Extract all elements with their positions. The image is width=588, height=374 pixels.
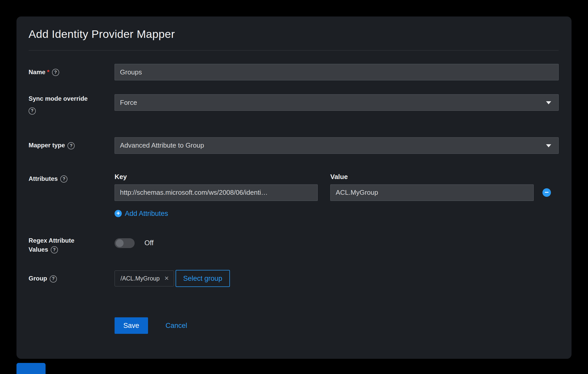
chevron-down-icon bbox=[546, 144, 551, 147]
obscured-blue-button[interactable] bbox=[16, 363, 46, 374]
name-row: Name*? bbox=[29, 64, 559, 80]
divider bbox=[29, 50, 559, 50]
group-chip: /ACL.MyGroup ✕ bbox=[115, 270, 174, 286]
name-label-group: Name*? bbox=[29, 68, 115, 77]
mapper-type-row: Mapper type? Advanced Attribute to Group bbox=[29, 137, 559, 154]
chevron-down-icon bbox=[546, 101, 551, 104]
mapper-type-selected-value: Advanced Attribute to Group bbox=[120, 141, 204, 149]
name-input[interactable] bbox=[115, 64, 559, 80]
chip-remove-icon[interactable]: ✕ bbox=[164, 275, 169, 282]
toggle-knob bbox=[116, 239, 124, 247]
regex-attribute-values-row: Regex Attribute Values? Off bbox=[29, 236, 559, 254]
actions-row: Save Cancel bbox=[29, 317, 559, 334]
attributes-row: Attributes? Key Value − + Add Attributes bbox=[29, 173, 559, 218]
mapper-type-label: Mapper type bbox=[29, 142, 65, 149]
group-label: Group bbox=[29, 275, 47, 282]
attributes-label: Attributes bbox=[29, 175, 58, 182]
select-group-button[interactable]: Select group bbox=[176, 270, 230, 287]
regex-help-icon[interactable]: ? bbox=[51, 246, 58, 253]
group-label-group: Group? bbox=[29, 274, 115, 283]
regex-label-group: Regex Attribute Values? bbox=[29, 236, 115, 254]
add-attributes-label: Add Attributes bbox=[125, 210, 168, 218]
add-identity-provider-mapper-modal: Add Identity Provider Mapper Name*? Sync… bbox=[16, 16, 572, 359]
attributes-help-icon[interactable]: ? bbox=[60, 175, 67, 183]
regex-label-line1: Regex Attribute bbox=[29, 236, 115, 245]
sync-mode-label-group: Sync mode override ? bbox=[29, 94, 115, 115]
sync-mode-selected-value: Force bbox=[120, 99, 137, 107]
group-chip-value: /ACL.MyGroup bbox=[120, 275, 160, 282]
plus-circle-icon: + bbox=[115, 210, 122, 217]
group-help-icon[interactable]: ? bbox=[50, 275, 57, 283]
mapper-type-help-icon[interactable]: ? bbox=[67, 142, 75, 149]
key-column-header: Key bbox=[115, 173, 318, 181]
sync-mode-help-icon[interactable]: ? bbox=[29, 107, 36, 115]
save-button[interactable]: Save bbox=[115, 317, 148, 334]
mapper-type-select[interactable]: Advanced Attribute to Group bbox=[115, 137, 559, 154]
attribute-value-input[interactable] bbox=[330, 184, 534, 201]
sync-mode-row: Sync mode override ? Force bbox=[29, 94, 559, 115]
attributes-label-group: Attributes? bbox=[29, 173, 115, 183]
required-indicator: * bbox=[47, 69, 49, 75]
page-title: Add Identity Provider Mapper bbox=[29, 16, 559, 40]
remove-attribute-button[interactable]: − bbox=[542, 188, 551, 197]
regex-toggle[interactable] bbox=[115, 238, 135, 248]
sync-mode-label: Sync mode override bbox=[29, 94, 115, 103]
mapper-type-label-group: Mapper type? bbox=[29, 141, 115, 150]
attributes-headers: Key Value bbox=[115, 173, 559, 181]
add-attributes-link[interactable]: + Add Attributes bbox=[115, 210, 168, 218]
name-help-icon[interactable]: ? bbox=[52, 69, 59, 76]
group-row: Group? /ACL.MyGroup ✕ Select group bbox=[29, 270, 559, 287]
attribute-key-input[interactable] bbox=[115, 184, 318, 201]
name-label: Name bbox=[29, 69, 45, 75]
attribute-row: − bbox=[115, 184, 559, 201]
sync-mode-select[interactable]: Force bbox=[115, 94, 559, 111]
value-column-header: Value bbox=[330, 173, 534, 181]
regex-toggle-state: Off bbox=[144, 239, 154, 247]
regex-label-line2: Values bbox=[29, 246, 48, 253]
cancel-link[interactable]: Cancel bbox=[166, 322, 187, 329]
